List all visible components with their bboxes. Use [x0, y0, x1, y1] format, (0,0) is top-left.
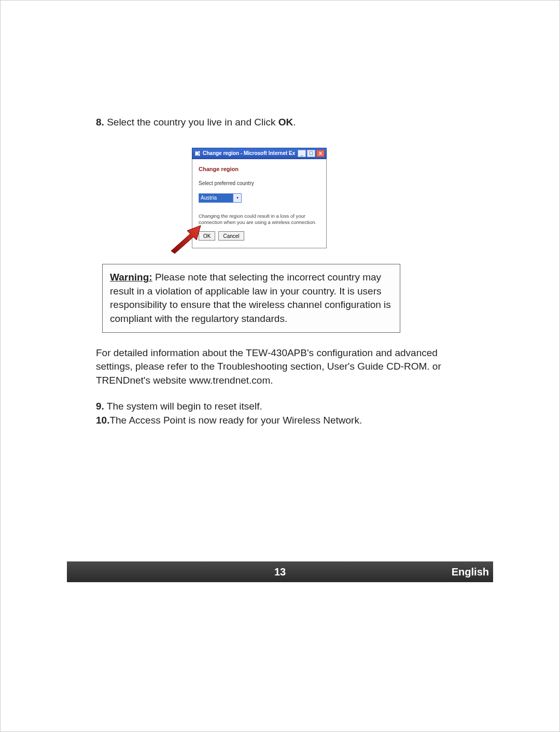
step-8-number: 8.: [96, 117, 104, 128]
step-8-text-after: .: [293, 117, 296, 128]
ie-icon: [194, 150, 201, 157]
step-8-bold: OK: [278, 117, 293, 128]
page-footer: 13 English: [67, 561, 493, 582]
cancel-button[interactable]: Cancel: [218, 231, 244, 241]
dialog-title: Change region - Microsoft Internet Ex…: [203, 150, 296, 156]
region-note: Changing the region could result in a lo…: [199, 213, 320, 227]
step-10: 10.The Access Point is now ready for you…: [96, 414, 449, 428]
minimize-button[interactable]: _: [298, 150, 306, 157]
step-8: 8. Select the country you live in and Cl…: [96, 116, 449, 129]
dialog-buttons: OK Cancel: [199, 231, 320, 241]
country-select-value: Austria: [199, 194, 233, 202]
dialog-body: Change region Select preferred country A…: [192, 159, 327, 249]
ok-button[interactable]: OK: [199, 231, 215, 241]
change-region-dialog: Change region - Microsoft Internet Ex… _…: [192, 148, 327, 249]
dialog-heading: Change region: [199, 166, 320, 172]
step-10-number: 10.: [96, 415, 109, 426]
maximize-button[interactable]: ☐: [307, 150, 315, 157]
step-10-text: The Access Point is now ready for your W…: [109, 415, 362, 426]
chevron-down-icon: ▾: [233, 194, 241, 202]
dialog-titlebar: Change region - Microsoft Internet Ex… _…: [192, 148, 327, 159]
page-content: 8. Select the country you live in and Cl…: [96, 116, 449, 428]
step-9-text: The system will begin to reset itself.: [104, 401, 262, 412]
country-label: Select preferred country: [199, 180, 320, 186]
warning-box: Warning: Please note that selecting the …: [102, 264, 400, 332]
step-9-number: 9.: [96, 401, 104, 412]
country-select[interactable]: Austria ▾: [199, 193, 242, 203]
warning-label: Warning:: [110, 272, 152, 283]
close-button[interactable]: X: [316, 150, 325, 157]
document-page: 8. Select the country you live in and Cl…: [0, 0, 560, 732]
steps-9-10: 9. The system will begin to reset itself…: [96, 400, 449, 427]
page-number: 13: [274, 566, 286, 578]
step-9: 9. The system will begin to reset itself…: [96, 400, 449, 414]
page-language: English: [452, 566, 489, 578]
step-8-text-before: Select the country you live in and Click: [104, 117, 278, 128]
window-buttons: _ ☐ X: [298, 150, 325, 157]
warning-text: Please note that selecting the incorrect…: [110, 272, 391, 324]
detail-paragraph: For detailed information about the TEW-4…: [96, 346, 449, 388]
